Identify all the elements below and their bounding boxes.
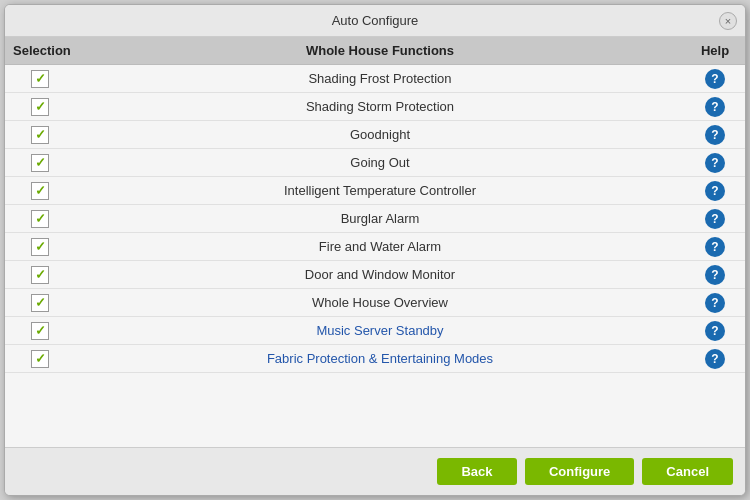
checkbox[interactable]: ✓: [31, 350, 49, 368]
function-label: Fabric Protection & Entertaining Modes: [75, 347, 685, 370]
close-button[interactable]: ×: [719, 12, 737, 30]
checkbox-cell: ✓: [5, 234, 75, 260]
checkmark-icon: ✓: [35, 128, 46, 141]
checkbox[interactable]: ✓: [31, 238, 49, 256]
checkbox[interactable]: ✓: [31, 182, 49, 200]
checkmark-icon: ✓: [35, 296, 46, 309]
checkbox-cell: ✓: [5, 346, 75, 372]
help-icon[interactable]: ?: [705, 69, 725, 89]
help-cell: ?: [685, 209, 745, 229]
table-row: ✓Shading Storm Protection?: [5, 93, 745, 121]
checkbox-cell: ✓: [5, 206, 75, 232]
checkmark-icon: ✓: [35, 100, 46, 113]
help-icon[interactable]: ?: [705, 181, 725, 201]
table-row: ✓Fabric Protection & Entertaining Modes?: [5, 345, 745, 373]
help-cell: ?: [685, 125, 745, 145]
checkmark-icon: ✓: [35, 240, 46, 253]
checkbox-cell: ✓: [5, 122, 75, 148]
function-label: Shading Frost Protection: [75, 67, 685, 90]
help-icon[interactable]: ?: [705, 153, 725, 173]
function-label: Goodnight: [75, 123, 685, 146]
checkmark-icon: ✓: [35, 324, 46, 337]
checkbox-cell: ✓: [5, 318, 75, 344]
table-header: Selection Whole House Functions Help: [5, 37, 745, 65]
checkmark-icon: ✓: [35, 212, 46, 225]
checkbox[interactable]: ✓: [31, 266, 49, 284]
dialog-title: Auto Configure: [332, 13, 419, 28]
help-cell: ?: [685, 237, 745, 257]
checkmark-icon: ✓: [35, 72, 46, 85]
help-icon[interactable]: ?: [705, 209, 725, 229]
table-row: ✓Fire and Water Alarm?: [5, 233, 745, 261]
help-icon[interactable]: ?: [705, 321, 725, 341]
cancel-button[interactable]: Cancel: [642, 458, 733, 485]
table-row: ✓Whole House Overview?: [5, 289, 745, 317]
help-icon[interactable]: ?: [705, 349, 725, 369]
help-icon[interactable]: ?: [705, 97, 725, 117]
help-cell: ?: [685, 153, 745, 173]
table-row: ✓Burglar Alarm?: [5, 205, 745, 233]
function-label: Shading Storm Protection: [75, 95, 685, 118]
table-row: ✓Going Out?: [5, 149, 745, 177]
help-cell: ?: [685, 293, 745, 313]
help-icon[interactable]: ?: [705, 125, 725, 145]
help-icon[interactable]: ?: [705, 265, 725, 285]
checkbox[interactable]: ✓: [31, 154, 49, 172]
checkmark-icon: ✓: [35, 184, 46, 197]
function-label: Music Server Standby: [75, 319, 685, 342]
checkbox[interactable]: ✓: [31, 210, 49, 228]
function-label: Intelligent Temperature Controller: [75, 179, 685, 202]
auto-configure-dialog: Auto Configure × Selection Whole House F…: [4, 4, 746, 496]
checkbox[interactable]: ✓: [31, 322, 49, 340]
checkbox[interactable]: ✓: [31, 294, 49, 312]
function-label: Burglar Alarm: [75, 207, 685, 230]
help-cell: ?: [685, 181, 745, 201]
help-cell: ?: [685, 97, 745, 117]
table-row: ✓Music Server Standby?: [5, 317, 745, 345]
table-row: ✓Shading Frost Protection?: [5, 65, 745, 93]
configure-button[interactable]: Configure: [525, 458, 634, 485]
checkbox-cell: ✓: [5, 290, 75, 316]
footer: Back Configure Cancel: [5, 447, 745, 495]
checkbox-cell: ✓: [5, 178, 75, 204]
checkmark-icon: ✓: [35, 268, 46, 281]
help-cell: ?: [685, 69, 745, 89]
help-cell: ?: [685, 349, 745, 369]
function-label: Going Out: [75, 151, 685, 174]
help-icon[interactable]: ?: [705, 293, 725, 313]
close-icon: ×: [725, 15, 731, 27]
function-label: Whole House Overview: [75, 291, 685, 314]
checkmark-icon: ✓: [35, 352, 46, 365]
table-row: ✓Goodnight?: [5, 121, 745, 149]
checkbox[interactable]: ✓: [31, 126, 49, 144]
help-cell: ?: [685, 321, 745, 341]
help-icon[interactable]: ?: [705, 237, 725, 257]
function-label: Fire and Water Alarm: [75, 235, 685, 258]
title-bar: Auto Configure ×: [5, 5, 745, 37]
checkbox-cell: ✓: [5, 262, 75, 288]
header-functions: Whole House Functions: [75, 43, 685, 58]
content-area: ✓Shading Frost Protection?✓Shading Storm…: [5, 65, 745, 447]
table-row: ✓Door and Window Monitor?: [5, 261, 745, 289]
function-label: Door and Window Monitor: [75, 263, 685, 286]
header-selection: Selection: [5, 43, 75, 58]
checkbox-cell: ✓: [5, 94, 75, 120]
back-button[interactable]: Back: [437, 458, 517, 485]
checkmark-icon: ✓: [35, 156, 46, 169]
checkbox-cell: ✓: [5, 66, 75, 92]
table-row: ✓Intelligent Temperature Controller?: [5, 177, 745, 205]
checkbox[interactable]: ✓: [31, 98, 49, 116]
checkbox[interactable]: ✓: [31, 70, 49, 88]
header-help: Help: [685, 43, 745, 58]
checkbox-cell: ✓: [5, 150, 75, 176]
help-cell: ?: [685, 265, 745, 285]
